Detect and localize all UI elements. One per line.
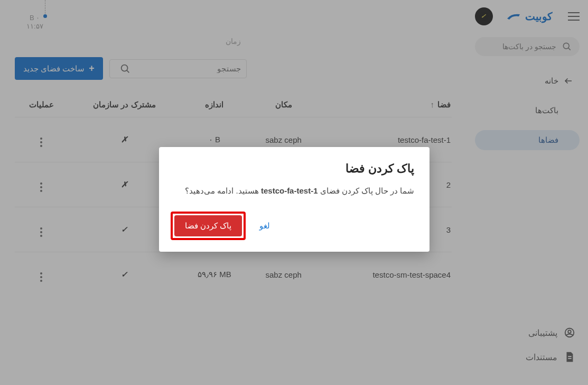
modal-body: شما در حال پاک کردن فضای testco-fa-test-… <box>171 186 415 196</box>
confirm-delete-button[interactable]: پاک کردن فضا <box>174 215 242 236</box>
confirm-highlight: پاک کردن فضا <box>171 212 246 240</box>
cancel-button[interactable]: لغو <box>255 216 274 236</box>
modal-actions: لغو پاک کردن فضا <box>171 212 415 240</box>
modal-title: پاک کردن فضا <box>171 162 415 176</box>
delete-space-modal: پاک کردن فضا شما در حال پاک کردن فضای te… <box>159 147 430 252</box>
modal-overlay[interactable]: پاک کردن فضا شما در حال پاک کردن فضای te… <box>0 0 588 385</box>
